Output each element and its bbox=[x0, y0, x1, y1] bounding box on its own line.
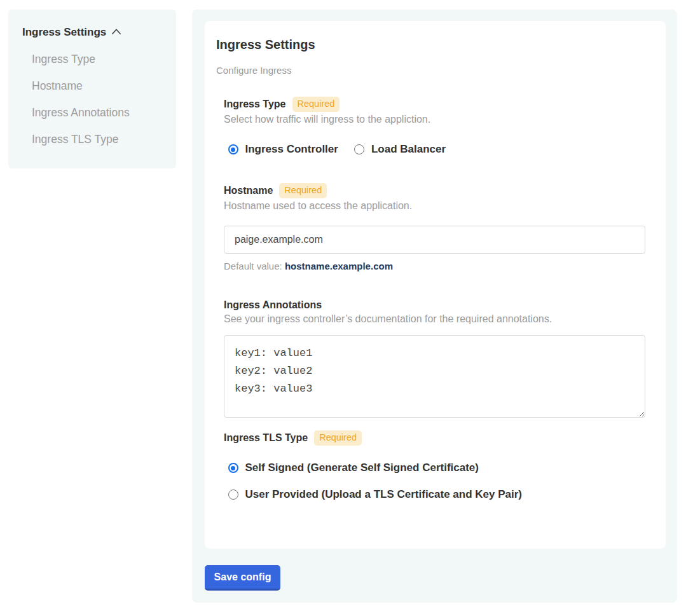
radio-load-balancer[interactable]: Load Balancer bbox=[354, 143, 446, 156]
default-value-label: Default value: bbox=[224, 261, 282, 271]
ingress-annotations-textarea[interactable]: key1: value1 key2: value2 key3: value3 bbox=[224, 335, 645, 418]
field-label-hostname: Hostname bbox=[224, 184, 273, 197]
sidebar-item-ingress-type[interactable]: Ingress Type bbox=[32, 54, 163, 65]
sidebar-item-list: Ingress Type Hostname Ingress Annotation… bbox=[32, 54, 163, 145]
radio-button-icon bbox=[354, 144, 364, 154]
sidebar-item-ingress-tls-type[interactable]: Ingress TLS Type bbox=[32, 134, 163, 145]
sidebar-item-ingress-annotations[interactable]: Ingress Annotations bbox=[32, 107, 163, 118]
default-value-text: hostname.example.com bbox=[285, 261, 393, 271]
radio-ingress-controller[interactable]: Ingress Controller bbox=[228, 143, 338, 156]
save-config-button[interactable]: Save config bbox=[205, 565, 280, 591]
radio-label: Ingress Controller bbox=[245, 143, 338, 156]
hostname-input[interactable] bbox=[224, 226, 645, 254]
required-badge: Required bbox=[292, 97, 340, 112]
sidebar-item-hostname[interactable]: Hostname bbox=[32, 81, 163, 92]
config-card: Ingress Settings Configure Ingress Ingre… bbox=[205, 21, 666, 549]
chevron-up-icon bbox=[112, 29, 121, 34]
sidebar-group-label: Ingress Settings bbox=[22, 26, 106, 39]
page-subtitle: Configure Ingress bbox=[216, 65, 645, 76]
section-ingress-tls-type: Ingress TLS Type Required Self Signed (G… bbox=[224, 430, 645, 501]
radio-label: Load Balancer bbox=[371, 143, 446, 156]
field-help-hostname: Hostname used to access the application. bbox=[224, 200, 645, 212]
config-main-panel: Ingress Settings Configure Ingress Ingre… bbox=[192, 10, 677, 603]
radio-button-icon bbox=[228, 144, 238, 154]
sidebar-group-ingress-settings[interactable]: Ingress Settings bbox=[22, 26, 163, 39]
required-badge: Required bbox=[279, 183, 327, 198]
radio-label: Self Signed (Generate Self Signed Certif… bbox=[245, 462, 479, 474]
section-hostname: Hostname Required Hostname used to acces… bbox=[224, 183, 645, 271]
radio-self-signed[interactable]: Self Signed (Generate Self Signed Certif… bbox=[228, 462, 646, 474]
field-label-ingress-tls-type: Ingress TLS Type bbox=[224, 432, 308, 444]
section-ingress-type: Ingress Type Required Select how traffic… bbox=[224, 97, 645, 156]
config-nav-sidebar: Ingress Settings Ingress Type Hostname I… bbox=[8, 10, 176, 168]
page-title: Ingress Settings bbox=[216, 37, 645, 52]
radio-button-icon bbox=[228, 463, 238, 473]
hostname-default-value: Default value: hostname.example.com bbox=[224, 261, 645, 271]
field-label-ingress-type: Ingress Type bbox=[224, 98, 286, 111]
radio-user-provided[interactable]: User Provided (Upload a TLS Certificate … bbox=[228, 488, 646, 501]
radio-label: User Provided (Upload a TLS Certificate … bbox=[245, 488, 523, 501]
section-ingress-annotations: Ingress Annotations See your ingress con… bbox=[224, 299, 645, 418]
field-label-ingress-annotations: Ingress Annotations bbox=[224, 299, 322, 311]
field-help-ingress-type: Select how traffic will ingress to the a… bbox=[224, 113, 645, 125]
required-badge: Required bbox=[314, 430, 362, 446]
field-help-ingress-annotations: See your ingress controller’s documentat… bbox=[224, 313, 645, 325]
radio-button-icon bbox=[228, 489, 238, 500]
